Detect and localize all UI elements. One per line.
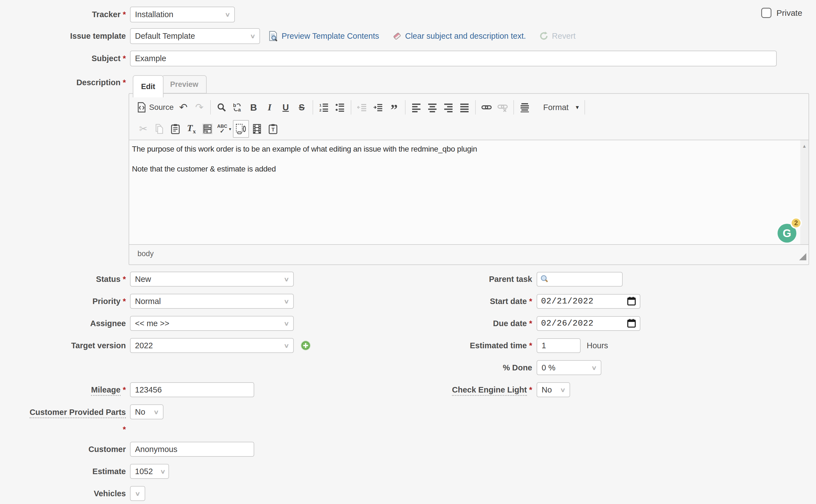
italic-button[interactable]: I xyxy=(262,98,278,116)
revert-link[interactable]: Revert xyxy=(539,31,575,41)
link-button[interactable] xyxy=(479,98,495,116)
start-date-input[interactable]: 02/21/2022 xyxy=(537,294,640,309)
replace-button[interactable]: b a xyxy=(230,98,246,116)
chevron-down-icon: ∨ xyxy=(160,468,166,475)
unlink-icon xyxy=(497,102,508,113)
remove-format-button[interactable]: Tx xyxy=(183,120,199,138)
estimated-time-input[interactable] xyxy=(537,338,581,353)
scroll-up-icon[interactable]: ▲ xyxy=(800,144,809,149)
estimate-label: Estimate xyxy=(0,467,130,476)
vehicles-select[interactable]: ∨ xyxy=(130,486,145,501)
resize-grip[interactable] xyxy=(799,253,806,260)
replace-icon: b a xyxy=(233,102,243,112)
attr-row: Vehicles ∨ xyxy=(0,482,816,504)
numbered-list-button[interactable]: 1 2 xyxy=(316,98,332,116)
due-date-input[interactable]: 02/26/2022 xyxy=(537,316,640,331)
toolbar-separator xyxy=(475,100,476,115)
copy-icon xyxy=(155,124,164,134)
status-select[interactable]: New ∨ xyxy=(130,272,294,287)
source-button[interactable]: Source xyxy=(135,98,175,116)
mileage-input[interactable] xyxy=(130,382,254,397)
issue-template-row: Issue template Default Template ∨ Previe xyxy=(0,28,576,44)
numbered-list-icon: 1 2 xyxy=(319,102,329,112)
assignee-select[interactable]: << me >> ∨ xyxy=(130,316,294,331)
caret-down-icon: ▾ xyxy=(229,126,231,132)
align-right-button[interactable] xyxy=(440,98,456,116)
copy-button[interactable] xyxy=(151,120,167,138)
customer-input[interactable] xyxy=(130,442,254,457)
paste-button[interactable] xyxy=(167,120,183,138)
attr-row: % Done 0 % ∨ xyxy=(0,357,816,379)
customer-provided-parts-select[interactable]: No ∨ xyxy=(130,404,163,419)
clear-subject-link[interactable]: Clear subject and description text. xyxy=(392,31,526,41)
div-container-button[interactable] xyxy=(517,98,533,116)
preview-template-link[interactable]: Preview Template Contents xyxy=(268,30,379,41)
attr-row: Priority* Normal ∨ Start date* 02/21/202… xyxy=(0,290,816,312)
paste-template-icon: T xyxy=(268,124,278,134)
private-checkbox[interactable] xyxy=(761,8,771,18)
cut-button[interactable]: ✂ xyxy=(135,120,151,138)
add-version-button[interactable] xyxy=(300,340,311,351)
chevron-down-icon: ∨ xyxy=(154,409,159,415)
tracker-select[interactable]: Installation ∨ xyxy=(130,7,235,22)
select-all-button[interactable] xyxy=(199,120,215,138)
tab-edit[interactable]: Edit xyxy=(133,75,163,97)
due-date-label: Due date* xyxy=(410,319,537,328)
check-engine-light-select[interactable]: No ∨ xyxy=(537,382,570,397)
subject-input[interactable] xyxy=(130,51,777,66)
unlink-button[interactable] xyxy=(495,98,511,116)
tab-preview[interactable]: Preview xyxy=(162,75,207,93)
indent-button[interactable] xyxy=(370,98,386,116)
format-dropdown[interactable]: Format ▾ xyxy=(540,103,582,112)
strikethrough-button[interactable]: S xyxy=(294,98,310,116)
source-code-icon xyxy=(137,102,146,113)
align-center-icon xyxy=(427,102,437,112)
chevron-down-icon: ∨ xyxy=(284,298,290,305)
eraser-icon xyxy=(392,31,402,41)
paste-template-button[interactable]: T xyxy=(265,120,281,138)
show-blocks-button[interactable] xyxy=(233,120,249,138)
redo-button[interactable]: ↷ xyxy=(191,98,207,116)
start-date-label: Start date* xyxy=(410,297,537,306)
svg-text:2: 2 xyxy=(319,108,321,112)
attr-row: Mileage* Check Engine Light* No ∨ xyxy=(0,379,816,401)
align-right-icon xyxy=(443,102,453,112)
outdent-button[interactable] xyxy=(354,98,370,116)
estimate-select[interactable]: 1052 ∨ xyxy=(130,464,169,479)
toolbar-separator xyxy=(313,100,313,115)
search-icon xyxy=(217,102,227,112)
chevron-down-icon: ∨ xyxy=(250,33,256,40)
grammarly-icon: G xyxy=(783,227,791,240)
editor-content-area[interactable]: The purpose of this work order is to be … xyxy=(129,140,809,244)
blockquote-button[interactable]: ” xyxy=(386,98,402,116)
target-version-select[interactable]: 2022 ∨ xyxy=(130,338,294,353)
toolbar-separator xyxy=(405,100,406,115)
subject-row: Subject* xyxy=(0,50,777,67)
align-center-button[interactable] xyxy=(424,98,440,116)
element-path-body[interactable]: body xyxy=(137,250,154,258)
chevron-down-icon: ∨ xyxy=(591,364,597,371)
vehicles-label: Vehicles xyxy=(0,489,130,498)
bold-button[interactable]: B xyxy=(246,98,262,116)
div-container-icon xyxy=(520,102,530,112)
media-button[interactable] xyxy=(249,120,265,138)
chevron-down-icon: ∨ xyxy=(284,320,290,327)
percent-done-select[interactable]: 0 % ∨ xyxy=(537,360,601,375)
spellcheck-button[interactable]: ABC ✓ ▾ xyxy=(215,120,233,138)
issue-template-select[interactable]: Default Template ∨ xyxy=(130,28,260,44)
editor-scrollbar[interactable]: ▲ xyxy=(800,140,809,244)
select-all-icon xyxy=(202,124,212,134)
check-engine-light-label: Check Engine Light* xyxy=(410,385,537,394)
underline-button[interactable]: U xyxy=(278,98,294,116)
attr-row: Customer xyxy=(0,438,816,460)
justify-button[interactable] xyxy=(456,98,472,116)
find-button[interactable] xyxy=(214,98,230,116)
assignee-label: Assignee xyxy=(0,319,130,328)
parent-task-input[interactable] xyxy=(537,272,623,287)
bulleted-list-button[interactable] xyxy=(332,98,348,116)
align-left-button[interactable] xyxy=(408,98,424,116)
outdent-icon xyxy=(357,102,367,112)
priority-select[interactable]: Normal ∨ xyxy=(130,294,294,309)
undo-button[interactable]: ↶ xyxy=(175,98,191,116)
tracker-label: Tracker* xyxy=(0,10,130,19)
